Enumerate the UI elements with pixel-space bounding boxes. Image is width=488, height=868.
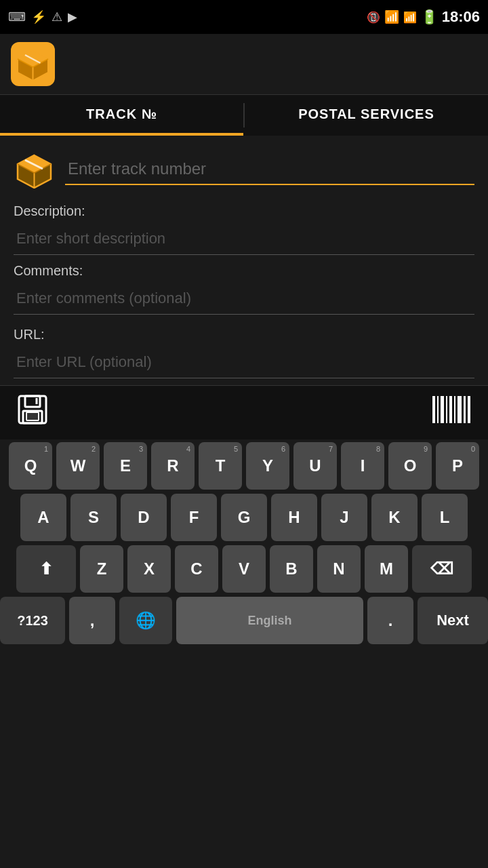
- key-f[interactable]: F: [171, 494, 217, 541]
- save-button[interactable]: [16, 393, 49, 432]
- package-icon-wrap: [14, 149, 54, 190]
- key-q[interactable]: 1Q: [9, 442, 52, 490]
- key-k[interactable]: K: [371, 494, 418, 541]
- globe-icon: 🌐: [136, 611, 156, 630]
- svg-rect-21: [449, 396, 452, 423]
- track-input-wrap[interactable]: [65, 154, 474, 185]
- key-o[interactable]: 9O: [388, 442, 432, 490]
- key-l[interactable]: L: [422, 494, 468, 541]
- num-sym-key[interactable]: ?123: [0, 597, 65, 644]
- key-a[interactable]: A: [20, 494, 66, 541]
- status-time: 18:06: [442, 8, 480, 26]
- key-t[interactable]: 5T: [199, 442, 242, 490]
- svg-rect-23: [458, 396, 462, 423]
- barcode-scan-button[interactable]: [431, 393, 472, 432]
- keyboard-row-1: 1Q 2W 3E 4R 5T 6Y 7U 8I 9O 0P: [0, 442, 488, 490]
- svg-rect-17: [432, 396, 435, 423]
- save-icon: [16, 393, 49, 426]
- track-number-input[interactable]: [65, 154, 474, 185]
- svg-rect-18: [437, 396, 439, 423]
- key-i[interactable]: 8I: [341, 442, 384, 490]
- key-h[interactable]: H: [271, 494, 317, 541]
- warning-status-icon: ⚠: [52, 9, 62, 24]
- keyboard-row-4: ?123 , 🌐 English . Next: [0, 597, 488, 644]
- key-n[interactable]: N: [317, 545, 361, 593]
- package-icon: [16, 151, 53, 189]
- keyboard-row-3: ⬆ Z X C V B N M ⌫: [0, 545, 488, 593]
- key-y[interactable]: 6Y: [246, 442, 289, 490]
- svg-rect-13: [25, 396, 40, 407]
- space-key[interactable]: English: [176, 597, 363, 644]
- status-right-icons: 📵 📶 📶 🔋 18:06: [367, 8, 480, 26]
- key-r[interactable]: 4R: [151, 442, 195, 490]
- key-p[interactable]: 0P: [436, 442, 479, 490]
- backspace-icon: ⌫: [430, 559, 453, 578]
- key-j[interactable]: J: [321, 494, 367, 541]
- status-left-icons: ⌨ ⚡ ⚠ ▶: [8, 9, 77, 24]
- form-area: Description: Comments: URL:: [0, 136, 488, 385]
- comments-label: Comments:: [14, 263, 474, 279]
- sim-icon: 📵: [367, 11, 380, 24]
- next-key[interactable]: Next: [418, 597, 488, 644]
- shift-key[interactable]: ⬆: [16, 545, 76, 593]
- key-z[interactable]: Z: [80, 545, 123, 593]
- usb-status-icon: ⚡: [31, 9, 46, 24]
- keyboard-row-2: A S D F G H J K L: [0, 494, 488, 541]
- description-input[interactable]: [14, 223, 474, 255]
- svg-rect-15: [26, 412, 39, 420]
- app-logo[interactable]: [11, 42, 55, 86]
- svg-rect-20: [446, 396, 447, 423]
- tab-track[interactable]: TRACK №: [0, 95, 243, 136]
- key-x[interactable]: X: [127, 545, 171, 593]
- key-e[interactable]: 3E: [104, 442, 147, 490]
- signal-icon: 📶: [403, 11, 417, 24]
- barcode-icon: [431, 393, 472, 426]
- backspace-key[interactable]: ⌫: [412, 545, 472, 593]
- play-status-icon: ▶: [68, 9, 77, 24]
- period-key[interactable]: .: [367, 597, 413, 644]
- svg-rect-25: [468, 396, 470, 423]
- bottom-toolbar: [0, 385, 488, 439]
- battery-icon: 🔋: [421, 9, 438, 25]
- shift-icon: ⬆: [39, 559, 53, 578]
- key-u[interactable]: 7U: [293, 442, 337, 490]
- key-s[interactable]: S: [70, 494, 117, 541]
- wifi-icon: 📶: [384, 9, 399, 24]
- track-row: [14, 149, 474, 190]
- keyboard-status-icon: ⌨: [8, 9, 26, 24]
- description-label: Description:: [14, 203, 474, 219]
- globe-key[interactable]: 🌐: [119, 597, 172, 644]
- url-label: URL:: [14, 327, 474, 342]
- tabs-bar: TRACK № POSTAL SERVICES: [0, 95, 488, 136]
- key-g[interactable]: G: [221, 494, 267, 541]
- status-bar: ⌨ ⚡ ⚠ ▶ 📵 📶 📶 🔋 18:06: [0, 0, 488, 34]
- key-m[interactable]: M: [365, 545, 408, 593]
- key-c[interactable]: C: [175, 545, 218, 593]
- key-b[interactable]: B: [270, 545, 313, 593]
- app-header: [0, 34, 488, 95]
- svg-rect-22: [454, 396, 455, 423]
- comma-key[interactable]: ,: [69, 597, 115, 644]
- url-input[interactable]: [14, 347, 474, 378]
- key-v[interactable]: V: [222, 545, 266, 593]
- keyboard: 1Q 2W 3E 4R 5T 6Y 7U 8I 9O 0P A S D F G …: [0, 439, 488, 644]
- svg-rect-24: [464, 396, 466, 423]
- comments-input[interactable]: [14, 283, 474, 315]
- svg-rect-19: [441, 396, 444, 423]
- key-d[interactable]: D: [121, 494, 167, 541]
- key-w[interactable]: 2W: [56, 442, 100, 490]
- tab-postal[interactable]: POSTAL SERVICES: [245, 95, 488, 136]
